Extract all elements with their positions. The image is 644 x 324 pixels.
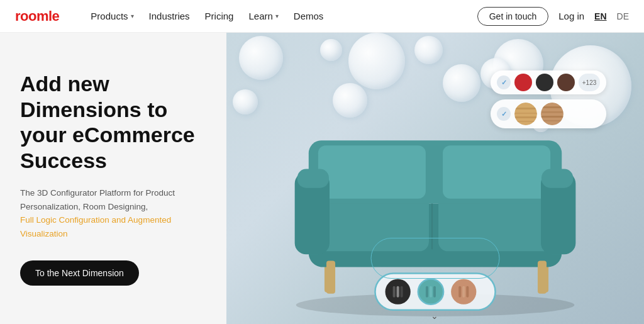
svg-rect-1 — [514, 108, 537, 109]
chevron-down-icon: ▾ — [131, 13, 134, 20]
bubble-decorative — [333, 83, 367, 118]
nav-item-industries[interactable]: Industries — [143, 7, 196, 25]
svg-rect-8 — [541, 116, 564, 118]
main-content: Add new Dimensions to your eCommerce Suc… — [0, 33, 644, 324]
svg-rect-29 — [397, 286, 399, 298]
color-check-icon: ✓ — [497, 75, 511, 89]
cta-button[interactable]: To the Next Dimension — [20, 260, 139, 286]
svg-rect-5 — [541, 103, 564, 125]
svg-rect-39 — [466, 286, 469, 298]
svg-rect-38 — [462, 286, 465, 298]
svg-rect-6 — [541, 106, 564, 108]
svg-rect-9 — [541, 120, 564, 121]
svg-rect-35 — [433, 286, 436, 298]
hero-left-panel: Add new Dimensions to your eCommerce Suc… — [0, 33, 226, 324]
svg-rect-18 — [318, 145, 426, 199]
svg-rect-33 — [426, 286, 428, 298]
svg-rect-37 — [458, 286, 461, 298]
nav-item-pricing[interactable]: Pricing — [199, 7, 240, 25]
svg-rect-34 — [430, 286, 432, 298]
bubble-decorative — [348, 33, 405, 89]
hero-subtitle: The 3D Configurator Platform for Product… — [20, 186, 204, 240]
hero-title: Add new Dimensions to your eCommerce Suc… — [20, 71, 204, 174]
nav-item-demos[interactable]: Demos — [287, 7, 330, 25]
svg-rect-24 — [326, 260, 335, 293]
chevron-down-icon: ▾ — [275, 13, 279, 20]
nav-links: Products ▾ Industries Pricing Learn ▾ De… — [84, 7, 477, 25]
color-row-1: ✓ +123 — [491, 70, 606, 94]
svg-rect-7 — [541, 111, 564, 113]
color-swatch-red[interactable] — [514, 74, 532, 91]
svg-rect-19 — [443, 145, 550, 199]
lang-de-button[interactable]: DE — [617, 11, 629, 21]
svg-rect-4 — [514, 121, 537, 122]
lang-en-button[interactable]: EN — [594, 11, 606, 21]
nav-item-products[interactable]: Products ▾ — [84, 7, 140, 25]
svg-rect-2 — [514, 113, 537, 114]
color-picker-overlay: ✓ +123 ✓ — [491, 70, 606, 128]
logo[interactable]: roomle — [15, 8, 59, 25]
get-in-touch-button[interactable]: Get in touch — [477, 7, 549, 26]
bubble-decorative — [320, 39, 342, 61]
svg-rect-23 — [541, 169, 573, 188]
bubble-decorative — [239, 36, 283, 80]
bubble-decorative — [414, 36, 443, 64]
color-swatch-dark[interactable] — [536, 74, 553, 91]
svg-rect-21 — [297, 169, 329, 188]
hero-image-panel: ✓ +123 ✓ — [226, 33, 644, 324]
svg-rect-28 — [393, 286, 396, 298]
nav-right: Get in touch Log in EN DE — [477, 7, 629, 26]
color-swatch-brown[interactable] — [557, 74, 575, 91]
color-more-button[interactable]: +123 — [579, 74, 600, 91]
login-link[interactable]: Log in — [558, 11, 584, 21]
material-swatch-wood-light[interactable] — [514, 103, 537, 125]
color-row-2: ✓ — [491, 99, 606, 128]
nav-item-learn[interactable]: Learn ▾ — [242, 7, 284, 25]
svg-rect-30 — [401, 286, 403, 298]
color-check-icon-2: ✓ — [497, 107, 511, 121]
svg-rect-3 — [514, 116, 537, 118]
svg-text:⌄: ⌄ — [431, 311, 438, 321]
bubble-decorative — [233, 89, 258, 115]
bubble-decorative — [443, 64, 480, 102]
svg-rect-25 — [538, 260, 547, 293]
navbar: roomle Products ▾ Industries Pricing Lea… — [0, 0, 644, 33]
material-swatch-wood-medium[interactable] — [541, 103, 564, 125]
